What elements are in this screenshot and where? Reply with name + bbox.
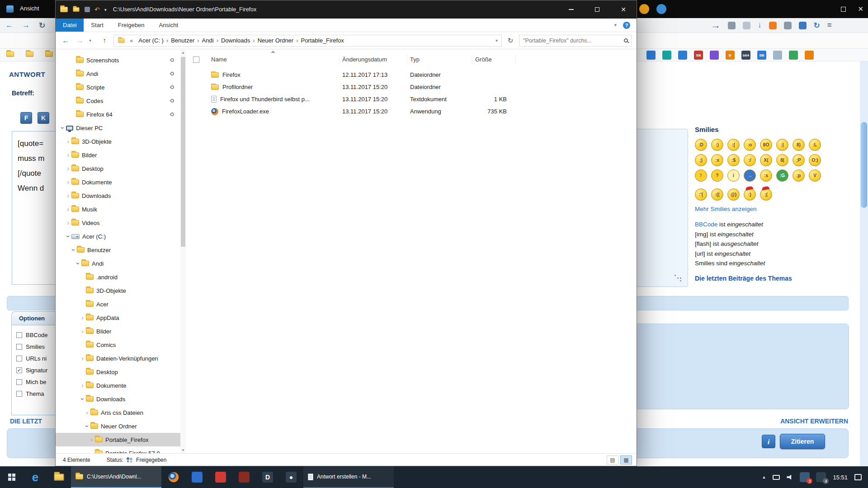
tree-item-bilder[interactable]: ›Bilder [56,148,180,162]
chevron-collapsed-icon[interactable]: › [79,355,86,362]
address-box[interactable]: « Acer (C: )›Benutzer›Andi›Downloads›Neu… [113,35,502,47]
tree-item-comics[interactable]: Comics [56,338,180,352]
chevron-collapsed-icon[interactable]: › [65,219,71,226]
tree-item-3d-objekte[interactable]: 3D-Objekte [56,284,180,297]
volume-icon[interactable] [787,474,793,480]
sidebar-scrollbar[interactable]: ▲ ▼ [180,50,186,453]
history-dropdown-icon[interactable]: ▾ [89,38,95,43]
app-darkred-taskbar-icon[interactable] [232,466,256,488]
start-button[interactable] [0,466,24,488]
bm-9-icon[interactable] [773,51,782,60]
basket-icon[interactable] [784,22,792,29]
checkbox[interactable] [16,391,22,397]
scroll-down-icon[interactable]: ▼ [181,448,185,452]
tree-item-scripte[interactable]: Scripte [56,80,180,94]
close-icon[interactable]: ✕ [858,5,863,13]
breadcrumb-item[interactable]: Andi [201,37,215,44]
breadcrumb-item[interactable]: Acer (C: ) [137,37,165,44]
file-row[interactable]: FirefoxLoader.exe13.11.2017 15:20Anwendu… [193,105,637,117]
smiley-icon[interactable]: ! [695,169,707,182]
file-row[interactable]: Profilordner13.11.2017 15:20Dateiordner [193,81,637,93]
smiley-icon[interactable]: O:) [809,154,821,166]
checkbox[interactable] [16,332,22,338]
smiley-icon[interactable]: :| [776,139,788,151]
tree-item-desktop[interactable]: Desktop [56,365,180,379]
italic-button[interactable]: K [38,112,49,124]
tray-badge-blue[interactable]: 3 [800,472,810,482]
tree-item-andi[interactable]: ›Andi [56,257,180,270]
action-center-icon[interactable] [854,474,862,480]
qat-folder-icon[interactable] [73,7,79,12]
smiley-icon[interactable]: V [809,169,821,182]
chevron-collapsed-icon[interactable]: › [79,314,86,321]
smiley-icon[interactable]: :D [695,139,707,151]
address-dropdown-icon[interactable]: ▾ [495,38,498,43]
tree-item-musik[interactable]: ›Musik [56,202,180,216]
chevron-collapsed-icon[interactable]: › [79,328,86,335]
bookmark-folder-icon[interactable] [6,52,14,57]
smiley-icon[interactable]: → [744,169,756,182]
bm-10-icon[interactable] [789,51,798,60]
smiley-icon[interactable]: :/ [744,154,756,166]
close-button[interactable]: ✕ [610,0,637,19]
menu-ansicht[interactable]: Ansicht [20,5,39,12]
tree-item-dokumente[interactable]: ›Dokumente [56,379,180,392]
tree-item-dateien-verknüpfungen[interactable]: ›Dateien-Verknüpfungen [56,352,180,365]
search-box[interactable] [519,35,632,47]
checkbox[interactable] [16,356,22,361]
tree-item-neuer-ordner[interactable]: ›Neuer Ordner [56,419,180,433]
undo-icon[interactable]: ↶ [94,6,100,13]
help-icon[interactable]: ? [623,22,630,29]
edge-taskbar-icon[interactable]: e [24,466,47,488]
bm-8-icon[interactable]: SB [757,51,766,60]
tree-item-3d-objekte[interactable]: ›3D-Objekte [56,135,180,148]
bm-5-icon[interactable] [710,51,719,60]
breadcrumb-item[interactable]: Neuer Ordner [257,37,294,44]
icons-view-button[interactable]: ▦ [620,455,632,465]
apps-grid-icon[interactable] [799,22,807,29]
smiley-icon[interactable]: :$ [727,154,740,166]
last-posts-heading[interactable]: Die letzten Beiträge des Themas [695,275,852,282]
select-all-column[interactable] [193,56,208,63]
tree-item-codes[interactable]: Codes [56,94,180,108]
chevron-collapsed-icon[interactable]: › [79,382,86,389]
bbcode-term[interactable]: BBCode [695,221,717,228]
chevron-collapsed-icon[interactable]: › [65,165,71,172]
bm-6-icon[interactable]: D [726,51,735,60]
tree-item-benutzer[interactable]: ›Benutzer [56,243,180,257]
ribbon-collapse-icon[interactable]: ▾ [614,22,617,28]
tray-badge-dark[interactable]: 4 [816,472,826,482]
send-icon[interactable]: → [711,19,721,31]
bm-2-icon[interactable] [662,51,671,60]
column-header-typ[interactable]: Typ [407,55,472,65]
page-scrollbar-thumb[interactable] [861,122,867,208]
ribbon-tab-start[interactable]: Start [84,19,110,32]
page-scrollbar[interactable] [860,61,868,466]
tree-item-bilder[interactable]: ›Bilder [56,324,180,338]
details-view-button[interactable]: ▤ [607,455,618,465]
menu-icon[interactable]: ≡ [827,21,832,30]
smiley-icon[interactable]: ? [711,169,723,182]
chevron-collapsed-icon[interactable]: › [65,192,71,199]
reload-icon[interactable]: ↻ [39,21,45,30]
app-d-taskbar-icon[interactable]: D [256,466,279,488]
back-button[interactable]: ← [60,37,71,45]
bm-11-icon[interactable] [805,51,814,60]
emoji-app-icon[interactable] [639,4,649,14]
minimize-button[interactable] [558,0,584,19]
app-camera-taskbar-icon[interactable]: ● [279,466,303,488]
edit-icon[interactable] [728,22,736,29]
smiley-icon[interactable]: :) [744,188,756,201]
clock[interactable]: 15:51 [833,474,848,481]
tree-item-dokumente[interactable]: ›Dokumente [56,175,180,189]
smiley-icon[interactable]: @) [727,188,740,201]
tree-item-aris-css-dateien[interactable]: ›Aris css Dateien [56,406,180,419]
chevron-collapsed-icon[interactable]: › [65,206,71,213]
smiley-icon[interactable]: 8) [793,139,805,151]
explorer-titlebar[interactable]: ↶ ▾ C:\Users\Andi\Downloads\Neuer Ordner… [56,0,637,19]
firefox-taskbar-icon[interactable] [162,466,185,488]
task-browser[interactable]: Antwort erstellen - M... [303,466,394,488]
ribbon-tab-ansicht[interactable]: Ansicht [151,19,185,32]
bookmark-folder-icon[interactable] [45,52,53,57]
info-button[interactable]: i [762,435,775,448]
